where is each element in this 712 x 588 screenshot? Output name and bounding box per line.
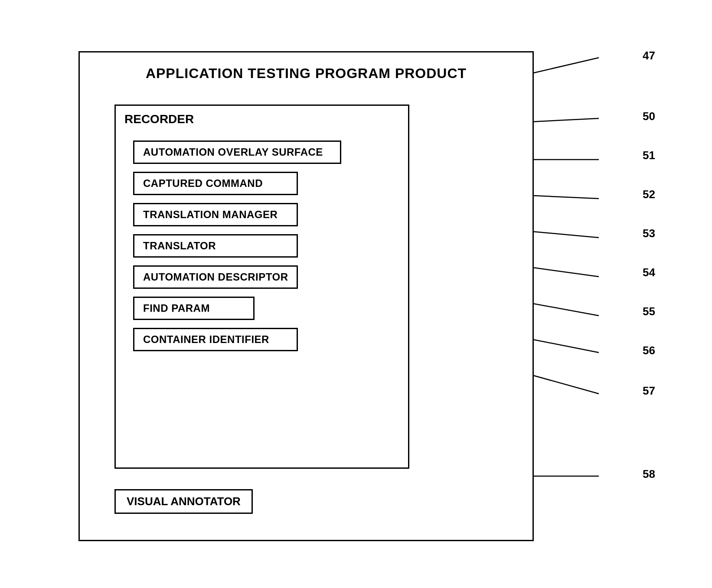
ref-51: 51 <box>643 149 655 162</box>
captured-command-box: CAPTURED COMMAND <box>133 172 298 195</box>
ref-47: 47 <box>643 49 655 62</box>
container-identifier-box: CONTAINER IDENTIFIER <box>133 328 298 351</box>
ref-50: 50 <box>643 110 655 123</box>
ref-53: 53 <box>643 227 655 240</box>
outer-title: APPLICATION TESTING PROGRAM PRODUCT <box>80 65 532 82</box>
captured-command-label: CAPTURED COMMAND <box>143 177 263 189</box>
ref-52: 52 <box>643 188 655 201</box>
visual-annotator-label: VISUAL ANNOTATOR <box>127 495 241 508</box>
translator-label: TRANSLATOR <box>143 240 216 252</box>
automation-overlay-surface-label: AUTOMATION OVERLAY SURFACE <box>143 146 323 158</box>
component-list: AUTOMATION OVERLAY SURFACE CAPTURED COMM… <box>133 140 341 351</box>
find-param-label: FIND PARAM <box>143 302 210 314</box>
container-identifier-label: CONTAINER IDENTIFIER <box>143 333 269 345</box>
automation-overlay-surface-box: AUTOMATION OVERLAY SURFACE <box>133 140 341 164</box>
visual-annotator-box: VISUAL ANNOTATOR <box>114 489 253 514</box>
ref-58: 58 <box>643 467 655 481</box>
diagram-wrapper: APPLICATION TESTING PROGRAM PRODUCT RECO… <box>52 34 660 554</box>
translation-manager-label: TRANSLATION MANAGER <box>143 209 278 220</box>
ref-57: 57 <box>643 384 655 398</box>
ref-55: 55 <box>643 305 655 318</box>
reference-numbers: 47 50 51 52 53 54 55 56 57 58 <box>534 34 655 554</box>
translator-box: TRANSLATOR <box>133 234 298 258</box>
translation-manager-box: TRANSLATION MANAGER <box>133 203 298 226</box>
recorder-box: RECORDER AUTOMATION OVERLAY SURFACE CAPT… <box>114 105 409 469</box>
outer-box: APPLICATION TESTING PROGRAM PRODUCT RECO… <box>78 51 534 541</box>
ref-54: 54 <box>643 266 655 279</box>
ref-56: 56 <box>643 344 655 357</box>
automation-descriptor-box: AUTOMATION DESCRIPTOR <box>133 265 298 289</box>
recorder-title: RECORDER <box>116 106 408 133</box>
automation-descriptor-label: AUTOMATION DESCRIPTOR <box>143 271 288 283</box>
find-param-box: FIND PARAM <box>133 297 255 320</box>
